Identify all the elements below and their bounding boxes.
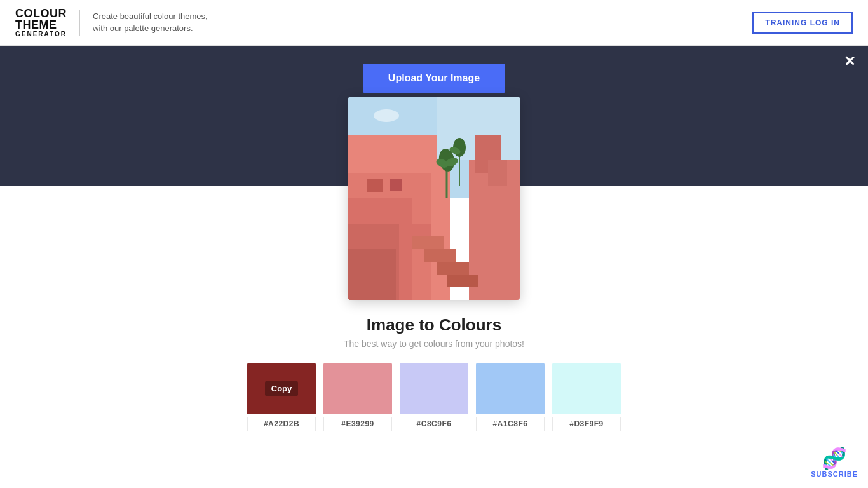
swatch-color-4[interactable] bbox=[476, 363, 545, 414]
training-login-button[interactable]: TRAINING LOG IN bbox=[752, 12, 853, 34]
main-content: Image to Colours The best way to get col… bbox=[0, 186, 868, 444]
logo-line1: COLOUR bbox=[15, 7, 67, 20]
tagline-line2: with our palette generators. bbox=[93, 24, 193, 33]
header-divider bbox=[79, 10, 80, 36]
header: COLOUR THEME GENERATOR Create beautiful … bbox=[0, 0, 868, 46]
building-svg bbox=[348, 97, 520, 300]
swatch-color-2[interactable] bbox=[323, 363, 392, 414]
svg-rect-26 bbox=[488, 160, 507, 186]
swatch-card-1[interactable]: Copy #A22D2B bbox=[247, 363, 316, 431]
header-left: COLOUR THEME GENERATOR Create beautiful … bbox=[15, 8, 208, 37]
swatch-hex-1: #A22D2B bbox=[247, 417, 316, 431]
svg-rect-14 bbox=[447, 274, 478, 287]
logo-subtitle: GENERATOR bbox=[15, 30, 67, 37]
close-button[interactable]: ✕ bbox=[844, 53, 855, 70]
copy-overlay-1: Copy bbox=[247, 363, 316, 414]
header-tagline: Create beautiful colour themes, with our… bbox=[93, 11, 208, 34]
logo-block: COLOUR THEME GENERATOR bbox=[15, 8, 67, 37]
svg-point-3 bbox=[374, 109, 399, 122]
tagline-line1: Create beautiful colour themes, bbox=[93, 11, 208, 21]
section-title: Image to Colours bbox=[367, 315, 501, 335]
swatch-card-5[interactable]: #D3F9F9 bbox=[552, 363, 621, 431]
svg-rect-16 bbox=[390, 179, 402, 191]
swatch-hex-5: #D3F9F9 bbox=[552, 417, 621, 431]
copy-label-1: Copy bbox=[265, 381, 299, 396]
subscribe-label: SUBSCRIBE bbox=[811, 470, 858, 478]
swatch-card-4[interactable]: #A1C8F6 bbox=[476, 363, 545, 431]
swatch-hex-2: #E39299 bbox=[323, 417, 392, 431]
svg-rect-24 bbox=[348, 249, 396, 300]
swatch-hex-3: #C8C9F6 bbox=[400, 417, 468, 431]
subscribe-button[interactable]: 🧬 SUBSCRIBE bbox=[811, 446, 858, 478]
svg-rect-11 bbox=[412, 236, 444, 249]
svg-rect-12 bbox=[424, 249, 456, 262]
swatches-row: Copy #A22D2B #E39299 #C8C9F6 #A1C8F6 #D3… bbox=[247, 363, 621, 431]
section-subtitle: The best way to get colours from your ph… bbox=[344, 339, 524, 349]
svg-rect-10 bbox=[399, 224, 431, 236]
svg-rect-15 bbox=[367, 179, 383, 192]
logo-title: COLOUR THEME bbox=[15, 8, 67, 30]
logo-line2: THEME bbox=[15, 18, 57, 31]
dna-icon: 🧬 bbox=[822, 446, 847, 470]
image-preview bbox=[348, 97, 520, 300]
swatch-color-3[interactable] bbox=[400, 363, 468, 414]
swatch-color-1[interactable]: Copy bbox=[247, 363, 316, 414]
swatch-color-5[interactable] bbox=[552, 363, 621, 414]
svg-rect-13 bbox=[437, 262, 469, 274]
swatch-hex-4: #A1C8F6 bbox=[476, 417, 545, 431]
swatch-card-3[interactable]: #C8C9F6 bbox=[400, 363, 468, 431]
upload-image-button[interactable]: Upload Your Image bbox=[363, 64, 505, 93]
swatch-card-2[interactable]: #E39299 bbox=[323, 363, 392, 431]
